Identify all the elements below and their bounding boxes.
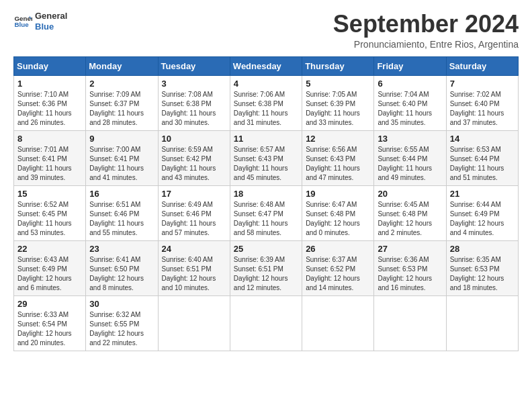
logo-line1: General [35,11,67,21]
weekday-header-row: SundayMondayTuesdayWednesdayThursdayFrid… [14,56,519,75]
calendar-day-cell: 13Sunrise: 6:55 AM Sunset: 6:44 PM Dayli… [374,130,446,185]
calendar-day-cell: 2Sunrise: 7:09 AM Sunset: 6:37 PM Daylig… [86,75,158,130]
day-number: 14 [450,134,515,144]
day-info: Sunrise: 6:33 AM Sunset: 6:54 PM Dayligh… [17,310,82,348]
calendar-week-row: 22Sunrise: 6:43 AM Sunset: 6:49 PM Dayli… [14,240,519,295]
calendar-table: SundayMondayTuesdayWednesdayThursdayFrid… [13,56,519,351]
calendar-week-row: 15Sunrise: 6:52 AM Sunset: 6:45 PM Dayli… [14,185,519,240]
day-number: 6 [378,79,442,89]
day-number: 17 [162,189,226,199]
empty-cell [158,295,230,351]
calendar-day-cell: 1Sunrise: 7:10 AM Sunset: 6:36 PM Daylig… [14,75,86,130]
page-header: General Blue General Blue September 2024… [13,11,519,50]
calendar-day-cell: 9Sunrise: 7:00 AM Sunset: 6:41 PM Daylig… [86,130,158,185]
calendar-day-cell: 8Sunrise: 7:01 AM Sunset: 6:41 PM Daylig… [14,130,86,185]
day-info: Sunrise: 6:53 AM Sunset: 6:44 PM Dayligh… [450,145,515,183]
title-block: September 2024 Pronunciamiento, Entre Ri… [333,11,519,50]
day-number: 27 [378,244,442,254]
day-number: 18 [234,189,298,199]
day-number: 22 [17,244,82,254]
day-number: 26 [306,244,370,254]
location-subtitle: Pronunciamiento, Entre Rios, Argentina [333,39,519,50]
weekday-header-monday: Monday [86,56,158,75]
logo-icon: General Blue [13,12,32,31]
day-number: 19 [306,189,370,199]
empty-cell [374,295,446,351]
day-number: 29 [17,299,82,309]
empty-cell [446,295,518,351]
day-info: Sunrise: 7:09 AM Sunset: 6:37 PM Dayligh… [89,90,154,128]
day-number: 30 [89,299,154,309]
calendar-day-cell: 17Sunrise: 6:49 AM Sunset: 6:46 PM Dayli… [158,185,230,240]
calendar-day-cell: 7Sunrise: 7:02 AM Sunset: 6:40 PM Daylig… [446,75,518,130]
day-number: 20 [378,189,442,199]
day-number: 13 [378,134,442,144]
day-info: Sunrise: 6:36 AM Sunset: 6:53 PM Dayligh… [378,255,442,293]
calendar-day-cell: 11Sunrise: 6:57 AM Sunset: 6:43 PM Dayli… [230,130,302,185]
calendar-day-cell: 27Sunrise: 6:36 AM Sunset: 6:53 PM Dayli… [374,240,446,295]
day-number: 21 [450,189,515,199]
logo-line2: Blue [35,21,67,32]
day-info: Sunrise: 6:56 AM Sunset: 6:43 PM Dayligh… [306,145,370,183]
day-info: Sunrise: 7:10 AM Sunset: 6:36 PM Dayligh… [17,90,82,128]
day-info: Sunrise: 6:51 AM Sunset: 6:46 PM Dayligh… [89,200,154,238]
calendar-week-row: 29Sunrise: 6:33 AM Sunset: 6:54 PM Dayli… [14,295,519,351]
calendar-day-cell: 10Sunrise: 6:59 AM Sunset: 6:42 PM Dayli… [158,130,230,185]
svg-text:Blue: Blue [14,21,29,28]
calendar-day-cell: 26Sunrise: 6:37 AM Sunset: 6:52 PM Dayli… [302,240,374,295]
day-number: 3 [162,79,226,89]
day-number: 9 [89,134,154,144]
calendar-day-cell: 28Sunrise: 6:35 AM Sunset: 6:53 PM Dayli… [446,240,518,295]
calendar-week-row: 1Sunrise: 7:10 AM Sunset: 6:36 PM Daylig… [14,75,519,130]
day-info: Sunrise: 6:44 AM Sunset: 6:49 PM Dayligh… [450,200,515,238]
day-info: Sunrise: 6:41 AM Sunset: 6:50 PM Dayligh… [89,255,154,293]
day-number: 25 [234,244,298,254]
calendar-day-cell: 12Sunrise: 6:56 AM Sunset: 6:43 PM Dayli… [302,130,374,185]
day-info: Sunrise: 6:43 AM Sunset: 6:49 PM Dayligh… [17,255,82,293]
day-number: 15 [17,189,82,199]
day-info: Sunrise: 6:48 AM Sunset: 6:47 PM Dayligh… [234,200,298,238]
calendar-day-cell: 6Sunrise: 7:04 AM Sunset: 6:40 PM Daylig… [374,75,446,130]
day-info: Sunrise: 6:45 AM Sunset: 6:48 PM Dayligh… [378,200,442,238]
calendar-day-cell: 5Sunrise: 7:05 AM Sunset: 6:39 PM Daylig… [302,75,374,130]
calendar-day-cell: 21Sunrise: 6:44 AM Sunset: 6:49 PM Dayli… [446,185,518,240]
day-info: Sunrise: 6:49 AM Sunset: 6:46 PM Dayligh… [162,200,226,238]
day-info: Sunrise: 6:55 AM Sunset: 6:44 PM Dayligh… [378,145,442,183]
month-title: September 2024 [333,11,519,38]
day-info: Sunrise: 6:40 AM Sunset: 6:51 PM Dayligh… [162,255,226,293]
calendar-week-row: 8Sunrise: 7:01 AM Sunset: 6:41 PM Daylig… [14,130,519,185]
day-number: 12 [306,134,370,144]
day-info: Sunrise: 7:05 AM Sunset: 6:39 PM Dayligh… [306,90,370,128]
day-info: Sunrise: 7:04 AM Sunset: 6:40 PM Dayligh… [378,90,442,128]
day-number: 7 [450,79,515,89]
calendar-day-cell: 23Sunrise: 6:41 AM Sunset: 6:50 PM Dayli… [86,240,158,295]
day-info: Sunrise: 6:47 AM Sunset: 6:48 PM Dayligh… [306,200,370,238]
day-number: 1 [17,79,82,89]
calendar-day-cell: 16Sunrise: 6:51 AM Sunset: 6:46 PM Dayli… [86,185,158,240]
day-info: Sunrise: 6:37 AM Sunset: 6:52 PM Dayligh… [306,255,370,293]
calendar-day-cell: 15Sunrise: 6:52 AM Sunset: 6:45 PM Dayli… [14,185,86,240]
calendar-day-cell: 18Sunrise: 6:48 AM Sunset: 6:47 PM Dayli… [230,185,302,240]
day-info: Sunrise: 6:39 AM Sunset: 6:51 PM Dayligh… [234,255,298,293]
day-info: Sunrise: 6:57 AM Sunset: 6:43 PM Dayligh… [234,145,298,183]
day-info: Sunrise: 7:00 AM Sunset: 6:41 PM Dayligh… [89,145,154,183]
weekday-header-tuesday: Tuesday [158,56,230,75]
weekday-header-friday: Friday [374,56,446,75]
weekday-header-thursday: Thursday [302,56,374,75]
day-number: 4 [234,79,298,89]
calendar-day-cell: 14Sunrise: 6:53 AM Sunset: 6:44 PM Dayli… [446,130,518,185]
day-info: Sunrise: 7:01 AM Sunset: 6:41 PM Dayligh… [17,145,82,183]
day-info: Sunrise: 7:08 AM Sunset: 6:38 PM Dayligh… [162,90,226,128]
weekday-header-sunday: Sunday [14,56,86,75]
day-number: 2 [89,79,154,89]
day-info: Sunrise: 7:02 AM Sunset: 6:40 PM Dayligh… [450,90,515,128]
empty-cell [302,295,374,351]
day-number: 5 [306,79,370,89]
calendar-day-cell: 24Sunrise: 6:40 AM Sunset: 6:51 PM Dayli… [158,240,230,295]
weekday-header-wednesday: Wednesday [230,56,302,75]
empty-cell [230,295,302,351]
day-info: Sunrise: 6:52 AM Sunset: 6:45 PM Dayligh… [17,200,82,238]
day-number: 16 [89,189,154,199]
calendar-day-cell: 19Sunrise: 6:47 AM Sunset: 6:48 PM Dayli… [302,185,374,240]
day-number: 23 [89,244,154,254]
